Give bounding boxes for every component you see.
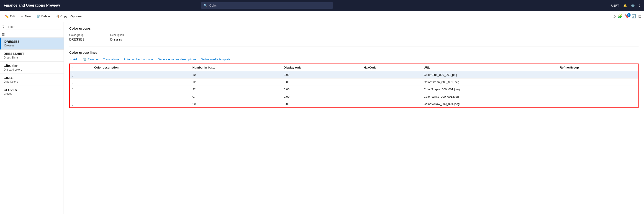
col-header-hexcode: HexCode xyxy=(361,64,421,71)
sidebar-controls: ☰ xyxy=(0,32,64,37)
translations-button[interactable]: Translations xyxy=(103,58,119,61)
define-media-button[interactable]: Define media template xyxy=(201,58,230,61)
delete-button[interactable]: 🗑️ Delete xyxy=(34,13,52,19)
cell-number_in_bar: 10 xyxy=(190,71,281,79)
notification-icon[interactable]: 🔔 xyxy=(623,4,627,7)
col-header-number_in_bar: Number in bar... xyxy=(190,64,281,71)
generate-button[interactable]: Generate variant descriptions xyxy=(158,58,196,61)
cell-number_in_bar: 20 xyxy=(190,100,281,108)
options-label: Options xyxy=(70,14,82,18)
settings-icon[interactable]: ⚙️ xyxy=(631,4,635,7)
copy-button[interactable]: 📋 Copy xyxy=(53,13,70,19)
sidebar-item-sub: Dress Shirts xyxy=(4,56,60,59)
cell-color_description xyxy=(91,100,190,108)
cell-hexcode xyxy=(361,93,421,100)
color-group-label: Color group xyxy=(69,33,101,37)
description-label: Description xyxy=(110,33,142,37)
sidebar-item-sub: Girls Colors xyxy=(4,80,60,83)
sidebar-item-dresses[interactable]: DRESSES Dresses xyxy=(0,37,64,50)
sidebar-item-title: GIRLS xyxy=(4,76,60,80)
add-button[interactable]: ＋ Add xyxy=(69,57,78,61)
cell-color_description xyxy=(91,79,190,86)
filter-icon: ⊽ xyxy=(2,25,4,29)
sidebar-item-gloves[interactable]: GLOVES Gloves xyxy=(0,86,64,98)
remove-button[interactable]: 🗑️ Remove xyxy=(83,58,98,61)
cell-hexcode xyxy=(361,71,421,79)
cell-number_in_bar: 07 xyxy=(190,93,281,100)
search-icon: 🔍 xyxy=(204,4,208,7)
auto-number-button[interactable]: Auto number bar code xyxy=(124,58,153,61)
puzzle-icon[interactable]: 🧩 xyxy=(618,14,622,18)
color-lines-table: ·Color descriptionNumber in bar...Displa… xyxy=(69,63,638,108)
sidebar-item-title: DRESSES xyxy=(4,40,60,43)
toolbar-right: ◇ 🧩 🔖 0 🔄 ⊡ xyxy=(613,14,641,18)
top-nav: Finance and Operations Preview 🔍 USRT 🔔 … xyxy=(0,0,644,11)
hamburger-icon[interactable]: ☰ xyxy=(2,33,5,36)
cell-dot: ) xyxy=(70,93,91,100)
sidebar-item-girls[interactable]: GIRLS Girls Colors xyxy=(0,74,64,86)
cell-refiner_group xyxy=(557,93,638,100)
sidebar-item-title: GLOVES xyxy=(4,88,60,92)
content-area: Color groups Color group DRESSES Descrip… xyxy=(64,22,644,214)
table-row[interactable]: )200.00Color/Yellow_000_001.jpeg xyxy=(70,100,638,108)
cell-dot: ) xyxy=(70,71,91,79)
bookmark-icon[interactable]: 🔖 0 xyxy=(625,14,629,18)
help-icon[interactable]: ? xyxy=(639,4,640,7)
sidebar-item-title: GiftColor xyxy=(4,64,60,68)
table-row[interactable]: )220.00Color/Purple_000_001.jpeg xyxy=(70,86,638,93)
cell-url: Color/White_000_001.jpeg xyxy=(421,93,557,100)
sidebar-item-giftcolor[interactable]: GiftColor Gift card colors xyxy=(0,62,64,74)
cell-url: Color/Yellow_000_001.jpeg xyxy=(421,100,557,108)
more-options-icon[interactable]: ⋮ xyxy=(632,83,636,89)
cell-url: Color/Blue_000_001.jpeg xyxy=(421,71,557,79)
badge: 0 xyxy=(627,13,630,17)
lines-section-title: Color group lines xyxy=(69,50,638,54)
cell-dot: ) xyxy=(70,86,91,93)
col-header-display_order: Display order xyxy=(281,64,361,71)
sidebar-item-sub: Gift card colors xyxy=(4,68,60,71)
sidebar-filter-row: ⊽ xyxy=(0,22,64,32)
table-row[interactable]: )070.00Color/White_000_001.jpeg xyxy=(70,93,638,100)
cell-refiner_group xyxy=(557,71,638,79)
col-header-dot: · xyxy=(70,64,91,71)
col-header-refiner_group: RefinerGroup xyxy=(557,64,638,71)
color-group-field: Color group DRESSES xyxy=(69,33,101,42)
col-header-color_description: Color description xyxy=(91,64,190,71)
sidebar-item-dressshirt[interactable]: DRESSSHIRT Dress Shirts xyxy=(0,50,64,62)
diamond-icon[interactable]: ◇ xyxy=(613,14,616,18)
sidebar: ⊽ ☰ DRESSES Dresses DRESSSHIRT Dress Shi… xyxy=(0,22,64,214)
cell-display_order: 0.00 xyxy=(281,79,361,86)
sidebar-item-sub: Gloves xyxy=(4,92,60,95)
cell-display_order: 0.00 xyxy=(281,100,361,108)
cell-refiner_group xyxy=(557,100,638,108)
cell-display_order: 0.00 xyxy=(281,93,361,100)
edit-button[interactable]: ✏️ Edit xyxy=(3,13,17,19)
delete-icon: 🗑️ xyxy=(36,14,40,18)
new-button[interactable]: ＋ New xyxy=(18,13,33,20)
cell-hexcode xyxy=(361,100,421,108)
new-icon: ＋ xyxy=(20,14,24,18)
cell-dot: ) xyxy=(70,100,91,108)
col-header-url: URL xyxy=(421,64,557,71)
sidebar-list: DRESSES Dresses DRESSSHIRT Dress Shirts … xyxy=(0,37,64,214)
table-row[interactable]: )120.00Color/Green_000_001.jpeg xyxy=(70,79,638,86)
app-title: Finance and Operations Preview xyxy=(4,3,60,7)
description-value: Dresses xyxy=(110,37,142,42)
refresh-icon[interactable]: 🔄 xyxy=(632,14,636,18)
edit-icon: ✏️ xyxy=(5,14,9,18)
color-groups-title: Color groups xyxy=(69,26,638,30)
add-icon: ＋ xyxy=(69,57,72,61)
cell-color_description xyxy=(91,93,190,100)
search-input[interactable] xyxy=(209,4,330,7)
user-label: USRT xyxy=(611,4,619,7)
sidebar-item-title: DRESSSHIRT xyxy=(4,52,60,55)
description-field: Description Dresses xyxy=(110,33,142,42)
divider xyxy=(69,46,638,46)
minimize-icon[interactable]: ⊡ xyxy=(638,14,641,18)
cell-url: Color/Green_000_001.jpeg xyxy=(421,79,557,86)
table-row[interactable]: )100.00Color/Blue_000_001.jpeg xyxy=(70,71,638,79)
cell-color_description xyxy=(91,71,190,79)
filter-input[interactable] xyxy=(6,24,61,30)
global-search[interactable]: 🔍 xyxy=(201,2,333,9)
cell-number_in_bar: 22 xyxy=(190,86,281,93)
